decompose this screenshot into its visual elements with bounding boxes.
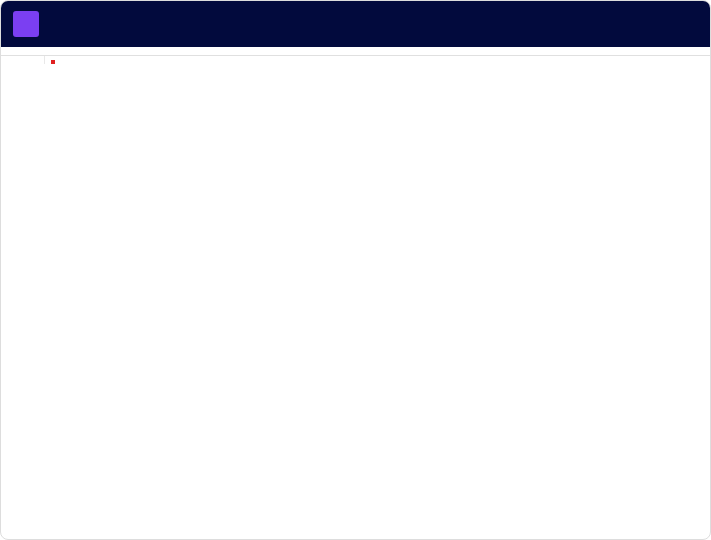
line-number-gutter [1,56,45,64]
header-bar [1,1,710,47]
editor-toolbar [1,47,710,56]
highlight-box [51,60,55,64]
code-area[interactable] [45,56,710,64]
code-editor[interactable] [1,56,710,64]
code-icon [13,11,39,37]
